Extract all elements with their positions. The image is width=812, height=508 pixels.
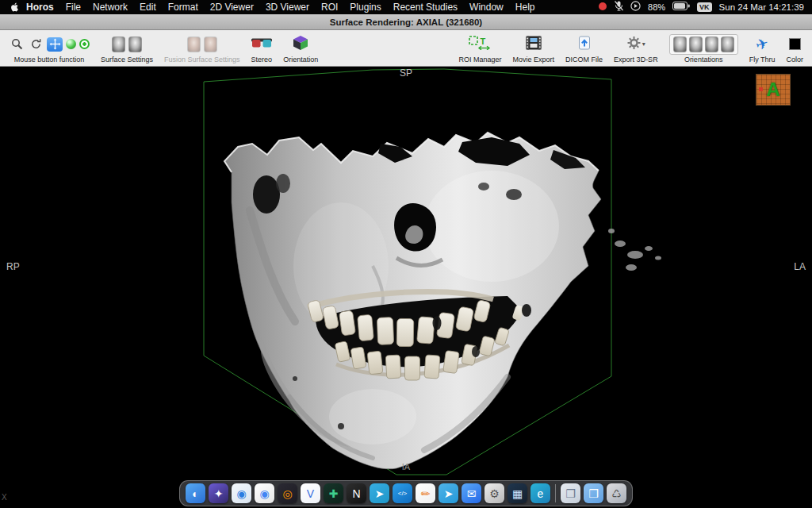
export-3d-sr-gear-icon [626,36,642,53]
fly-thru-button[interactable]: ✈ Fly Thru [744,32,781,65]
menu-status-area: 88% VK Sun 24 Mar 14:21:39 [598,1,804,13]
input-source-badge[interactable]: VK [697,2,712,12]
orientation-axial-icon[interactable] [673,37,687,52]
3d-viewport[interactable]: SP RP LA IA X A [0,67,812,508]
orientation-label-right-posterior: RP [6,261,20,272]
chrome-icon: ◉ [259,488,269,499]
color-swatch-icon [789,38,801,50]
dock-app-notes-app[interactable]: N [347,483,366,503]
app-grid-icon: ▦ [512,488,523,499]
menu-items: FileNetworkEditFormat2D Viewer3D ViewerR… [66,2,547,13]
color-button[interactable]: Color [780,32,809,65]
toolbar: Mouse button function Surface Settings F… [0,30,812,67]
menu-item-window[interactable]: Window [469,2,504,13]
zoom-tool-icon[interactable] [9,37,25,52]
stereo-glasses-icon [251,37,272,52]
menu-item-file[interactable]: File [66,2,81,13]
orientation-cube-icon [293,35,308,54]
menu-item-edit[interactable]: Edit [140,2,156,13]
menu-clock[interactable]: Sun 24 Mar 14:21:39 [719,2,804,12]
dock-app-app-grid[interactable]: ▦ [508,483,527,503]
stereo-button[interactable]: Stereo [246,32,278,65]
dock-app-downloads-folder[interactable]: ❒ [584,483,603,503]
orientation-sagittal-left-icon[interactable] [705,37,718,52]
rotate-tool-icon[interactable] [28,37,44,52]
telegram-icon: ➤ [444,488,454,499]
window-title: Surface Rendering: AXIAL (321680) [330,17,482,27]
surface-settings-icon-2 [128,37,142,52]
menu-item-2d-viewer[interactable]: 2D Viewer [210,2,254,13]
menu-item-roi[interactable]: ROI [321,2,338,13]
mouse-button-function-group: Mouse button function [3,32,95,65]
orientation-label-left-anterior: LA [794,261,806,272]
roi-manager-label: ROI Manager [459,56,502,64]
rotate-3d-tool-icon[interactable] [66,39,76,49]
menu-item-recent-studies[interactable]: Recent Studies [393,2,458,13]
orientation-label-inferior-anterior: IA [402,462,410,471]
menu-item-network[interactable]: Network [93,2,128,13]
firefox-icon: ◎ [282,488,292,499]
downloads-folder-icon: ❒ [588,488,599,499]
orientations-group[interactable]: Orientations [664,32,744,65]
stereo-label: Stereo [251,56,273,64]
color-label: Color [786,56,803,64]
orientation-sagittal-right-icon[interactable] [721,37,734,52]
orientations-panel [669,34,738,55]
dock-separator [555,484,556,502]
export-3d-sr-button[interactable]: ▾ Export 3D-SR [608,32,664,65]
dock-app-draw-app[interactable]: ✏ [416,483,435,503]
orientation-thumbnail[interactable]: A [756,74,791,106]
orientation-coronal-icon[interactable] [689,37,703,52]
dock-app-safari[interactable]: ◉ [232,483,251,503]
dock-app-settings[interactable]: ⚙ [485,483,504,503]
surface-settings-button[interactable]: Surface Settings [95,32,159,65]
menu-item-format[interactable]: Format [168,2,198,13]
dicom-file-icon [577,36,592,53]
orientation-label-superior: SP [400,67,412,79]
window-title-bar[interactable]: Surface Rendering: AXIAL (321680) [0,14,812,30]
dock-app-edge[interactable]: e [530,483,550,503]
app-menu-title[interactable]: Horos [26,2,54,13]
dock-app-trash[interactable]: ♺ [607,483,626,503]
fusion-surface-settings-icon [187,37,201,52]
apple-menu-icon[interactable] [10,2,20,13]
screen: Horos FileNetworkEditFormat2D Viewer3D V… [0,0,812,508]
export-3d-sr-label: Export 3D-SR [614,56,658,64]
passwords-icon: ✦ [214,488,224,499]
movie-export-button[interactable]: Movie Export [508,32,561,65]
dock-app-passwords[interactable]: ✦ [209,483,228,503]
dock-app-messenger[interactable]: ➤ [370,483,389,503]
dock-app-v-app[interactable]: V [301,483,320,503]
menu-item-3d-viewer[interactable]: 3D Viewer [266,2,309,13]
orientations-label: Orientations [684,56,723,64]
dock-app-finder[interactable]: ◐ [186,483,205,503]
orientation-thumbnail-letter: A [766,80,779,99]
dock-app-mail[interactable]: ✉ [462,483,481,503]
mic-muted-icon[interactable] [615,1,623,13]
dock-app-dev-tool[interactable]: ✚ [324,483,343,503]
dock-app-vscode[interactable]: </> [393,483,412,503]
draw-app-icon: ✏ [421,488,431,499]
dock-app-files-window[interactable]: ❒ [561,483,580,503]
orientation-button[interactable]: Orientation [278,32,324,65]
export-3d-sr-chevron-icon: ▾ [642,40,645,48]
dock-app-telegram[interactable]: ➤ [439,483,458,503]
record-status-icon[interactable] [598,2,607,13]
toolbar-spacer [324,32,453,65]
play-circle-icon[interactable] [630,1,641,13]
dock-app-firefox[interactable]: ◎ [278,483,297,503]
v-app-icon: V [307,488,314,499]
vscode-icon: </> [398,491,408,497]
messenger-icon: ➤ [375,488,385,499]
mail-icon: ✉ [467,488,477,499]
roi-manager-button[interactable]: T ROI Manager [454,32,508,65]
dock-app-chrome[interactable]: ◉ [255,483,274,503]
menu-item-help[interactable]: Help [515,2,535,13]
safari-icon: ◉ [236,488,246,499]
move-tool-button[interactable] [47,37,63,52]
dicom-file-label: DICOM File [565,56,603,64]
dicom-file-button[interactable]: DICOM File [560,32,608,65]
menu-item-plugins[interactable]: Plugins [350,2,381,13]
target-tool-icon[interactable] [79,39,90,49]
battery-icon[interactable] [672,2,690,13]
